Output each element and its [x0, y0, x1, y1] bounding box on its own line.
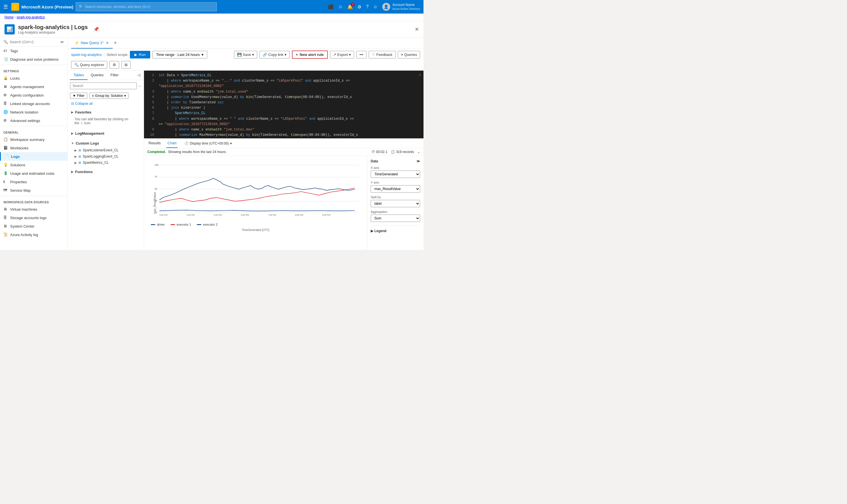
functions-title[interactable]: ▶ Functions	[68, 168, 144, 176]
custom-logs-title[interactable]: ▼ Custom Logs	[68, 140, 144, 147]
tables-tab-queries[interactable]: Queries	[88, 71, 107, 80]
sidebar-collapse-icon[interactable]: ≫	[60, 40, 64, 44]
hamburger-icon[interactable]: ☰	[3, 4, 8, 10]
settings-icon[interactable]: ⚙	[357, 4, 361, 10]
collapse-all-label: Collapse all	[75, 102, 93, 106]
sidebar-item-azure-activity[interactable]: 📜 Azure Activity log	[0, 230, 68, 239]
azure-activity-icon: 📜	[3, 232, 8, 237]
select-scope-button[interactable]: Select scope	[104, 53, 127, 57]
add-tab-button[interactable]: +	[114, 40, 117, 46]
sidebar-item-usage-costs[interactable]: 💲 Usage and estimated costs	[0, 169, 68, 178]
more-button[interactable]: •••	[356, 51, 366, 58]
tab-close-button[interactable]: ✕	[105, 40, 109, 46]
save-button[interactable]: 💾 Save ▾	[234, 51, 257, 58]
sidebar-item-logs[interactable]: 📄 Logs	[0, 152, 68, 161]
collapse-editor-icon[interactable]: ⌃	[418, 73, 421, 80]
table-item-spark-logging[interactable]: ▶ ⊞ SparkLoggingEvent_CL	[68, 153, 144, 160]
export-button[interactable]: ↗ Export ▾	[330, 51, 354, 58]
table-item-spark-listener[interactable]: ▶ ⊞ SparkListenerEvent_CL	[68, 147, 144, 153]
user-icon[interactable]: ☺	[373, 4, 377, 9]
tables-tab-filter[interactable]: Filter	[107, 71, 122, 80]
sidebar-item-workspace-summary[interactable]: 📋 Workspace summary	[0, 135, 68, 144]
sidebar-item-advanced[interactable]: ⚙ Advanced settings	[0, 116, 68, 125]
legend-title-label: Legend	[374, 229, 386, 233]
split-by-select[interactable]: label	[371, 200, 420, 207]
results-tab-results[interactable]: Results	[147, 139, 162, 148]
terminal-icon[interactable]: ⬛	[328, 4, 334, 10]
query-tab-1[interactable]: ⚡ New Query 1* ✕	[71, 38, 113, 49]
expand-icon[interactable]: ⌄	[417, 150, 420, 154]
y-axis-select[interactable]: max_ResultValue	[371, 185, 420, 193]
display-time-control[interactable]: 🕐 Display time (UTC+00:00) ▾	[184, 142, 232, 145]
group-by-button[interactable]: ≡ Group by: Solution ▾	[90, 93, 128, 99]
query-explorer-button[interactable]: 🔍 Query explorer	[71, 61, 107, 69]
properties-icon: ℹ	[3, 180, 8, 184]
table-item-spark-metrics[interactable]: ▶ ⊞ SparkMetrics_CL	[68, 160, 144, 166]
layout-button[interactable]: ⊞	[121, 61, 131, 69]
code-line-2: 2 | where workspaceName_s == "..." and c…	[144, 78, 424, 84]
sidebar-item-workbooks[interactable]: 📓 Workbooks	[0, 144, 68, 152]
breadcrumb-home[interactable]: Home	[4, 15, 14, 19]
feedback-icon[interactable]: ☺	[338, 4, 343, 9]
close-icon[interactable]: ✕	[415, 26, 419, 33]
executor2-label: executor 2	[203, 223, 217, 226]
sidebar-item-network[interactable]: 🌐 Network Isolation	[0, 108, 68, 116]
sidebar-item-agents-config[interactable]: ⚙ Agents configuration	[0, 91, 68, 100]
help-icon[interactable]: ?	[366, 4, 368, 9]
page-header: 📊 spark-log-analytics | Logs Log Analyti…	[0, 21, 424, 38]
copy-link-button[interactable]: 🔗 Copy link ▾	[259, 51, 289, 58]
records-icon: 📋	[391, 150, 395, 154]
x-axis-select[interactable]: TimeGenerated	[371, 170, 420, 178]
sidebar-item-system-center[interactable]: 🖥 System Center	[0, 222, 68, 230]
log-management-title[interactable]: ▶ LogManagement	[68, 130, 144, 137]
queries-button[interactable]: ≡ Queries	[398, 51, 420, 58]
settings-gear-button[interactable]: ⚙	[110, 61, 119, 69]
sidebar: 🔍 ≫ 🏷 Tags 🩺 Diagnose and solve problems…	[0, 38, 68, 250]
sidebar-item-tags[interactable]: 🏷 Tags	[0, 47, 68, 55]
svg-text:100: 100	[155, 163, 159, 166]
legend-section-title[interactable]: ▶ Legend	[371, 229, 420, 233]
sidebar-item-diagnose[interactable]: 🩺 Diagnose and solve problems	[0, 55, 68, 64]
tables-search-input[interactable]	[70, 83, 137, 89]
notifications-icon[interactable]: 🔔 7	[347, 4, 353, 10]
chart-container: 100 75 50 25 0	[144, 156, 424, 250]
svg-text:50: 50	[155, 187, 158, 190]
tables-collapse-panel[interactable]: ◁	[137, 71, 141, 80]
expand-data-icon[interactable]: ≫	[416, 159, 420, 163]
copy-link-chevron: ▾	[285, 53, 287, 57]
table-name-spark-metrics: SparkMetrics_CL	[83, 161, 109, 165]
feedback-button[interactable]: ♡ Feedback	[369, 51, 396, 58]
run-button[interactable]: ▶ Run	[130, 51, 150, 58]
account-menu[interactable]: 👤 Account Name Azure Active Directory	[382, 3, 420, 11]
collapse-all-button[interactable]: ⊟ Collapse all	[68, 100, 144, 107]
global-search[interactable]: 🔍 Search resources, services, and docs (…	[76, 2, 217, 11]
filter-button[interactable]: ▼ Filter	[70, 93, 87, 99]
aggregation-select[interactable]: Sum	[371, 215, 420, 222]
pin-icon[interactable]: 📌	[93, 26, 99, 32]
results-tab-chart[interactable]: Chart	[166, 139, 178, 148]
sidebar-search-input[interactable]	[10, 40, 58, 44]
breadcrumb-resource[interactable]: spark-log-analytics	[17, 15, 45, 19]
code-editor[interactable]: ⌃ 1 let Data = SparkMetrics_CL 2 | where…	[144, 71, 424, 138]
sidebar-item-solutions[interactable]: 💡 Solutions	[0, 161, 68, 169]
sidebar-label-vms: Virtual machines	[10, 207, 37, 212]
time-range-button[interactable]: Time range : Last 24 hours ▾	[152, 51, 207, 58]
top-nav: ☰ ⚡ Microsoft Azure (Preview) 🔍 Search r…	[0, 0, 424, 14]
expand-arrow-2: ▶	[74, 155, 77, 158]
sidebar-item-locks[interactable]: 🔒 Locks	[0, 74, 68, 83]
sidebar-item-service-map[interactable]: 🗺 Service Map	[0, 186, 68, 195]
sidebar-item-properties[interactable]: ℹ Properties	[0, 178, 68, 186]
sidebar-label-properties: Properties	[10, 180, 27, 184]
tables-tab-tables[interactable]: Tables	[70, 71, 88, 80]
code-line-5: 5 | order by TimeGenerated asc	[144, 100, 424, 105]
tables-more-icon[interactable]: ⋯	[138, 84, 141, 88]
new-alert-button[interactable]: + New alert rule	[292, 51, 328, 59]
scope-label[interactable]: spark-log-analytics	[71, 53, 102, 57]
table-icon-3: ⊞	[78, 161, 81, 165]
sidebar-item-storage-logs[interactable]: 🗄 Storage accounts logs	[0, 214, 68, 222]
sidebar-item-agents-management[interactable]: 🖥 Agents management	[0, 83, 68, 91]
sidebar-item-linked-storage[interactable]: 🗄 Linked storage accounts	[0, 100, 68, 108]
sidebar-item-vms[interactable]: 🖥 Virtual machines	[0, 205, 68, 214]
solutions-icon: 💡	[3, 163, 8, 167]
filter-label: Filter	[77, 94, 85, 98]
